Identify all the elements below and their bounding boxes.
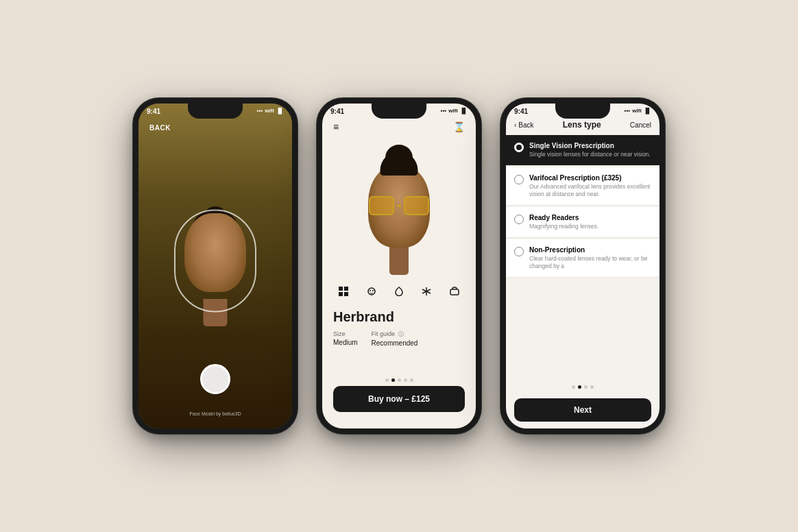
back-label[interactable]: BACK [149,124,171,132]
lens-option-ready-readers[interactable]: Ready Readers Magnifying reading lenses. [506,207,660,238]
next-button[interactable]: Next [514,398,651,422]
lens-option-single-vision-desc: Single vision lenses for distance or nea… [529,151,651,158]
svg-rect-0 [339,287,343,291]
radio-check-single-vision [516,145,522,150]
lens-option-non-prescription-title: Non-Prescription [529,246,651,254]
face-scan-icon[interactable] [363,283,378,300]
dot-2-active [391,378,395,382]
lens-options-list: Single Vision Prescription Single vision… [506,135,660,393]
wifi-icon-3: wifi [632,108,641,114]
phone-1-ar: 9:41 ▪▪▪ wifi ▐▌ BACK [133,98,298,434]
signal-icon-3: ▪▪▪ [625,108,631,114]
p3-dot-4 [590,385,594,389]
radio-ready-readers [514,215,524,224]
status-icons-2: ▪▪▪ wifi ▐▌ [441,108,468,114]
ar-face-frame [174,210,256,313]
lens-option-varifocal-text: Varifocal Prescription (£325) Our Advanc… [529,174,651,198]
signal-icon-2: ▪▪▪ [441,108,447,114]
phone-3-lens: 9:41 ▪▪▪ wifi ▐▌ ‹ Back Lens type Cancel [500,98,665,434]
notch-3 [555,104,610,119]
svg-rect-3 [344,292,348,296]
p3-dot-3 [584,385,588,389]
dot-3 [398,378,401,382]
buy-button[interactable]: Buy now – £125 [333,386,465,412]
lens-option-ready-readers-text: Ready Readers Magnifying reading lenses. [529,214,651,230]
status-icons-1: ▪▪▪ wifi ▐▌ [257,108,284,114]
phone-2-product: 9:41 ▪▪▪ wifi ▐▌ ≡ ⌛ [317,98,481,434]
svg-rect-10 [450,289,459,295]
lens-option-ready-readers-desc: Magnifying reading lenses. [529,223,651,230]
dot-1 [385,378,389,382]
page-dots-2 [322,378,476,382]
fit-guide-value: Recommended [372,339,418,347]
bellus-credit: Face Model by bellus3D [138,411,292,416]
battery-icon-2: ▐▌ [460,108,468,114]
size-detail: Size Medium [333,330,358,347]
lens-option-non-prescription-text: Non-Prescription Clear hard-coated lense… [529,246,651,270]
radio-single-vision [514,143,524,152]
case-icon[interactable] [447,283,462,300]
lens-option-non-prescription-desc: Clear hard-coated lenses ready to wear, … [529,255,651,270]
fit-guide-label: Fit guide ⓘ [372,330,418,338]
status-icons-3: ▪▪▪ wifi ▐▌ [625,108,651,114]
lens-option-varifocal[interactable]: Varifocal Prescription (£325) Our Advanc… [506,167,660,206]
lens-option-single-vision-text: Single Vision Prescription Single vision… [529,142,651,158]
phone-2-screen: 9:41 ▪▪▪ wifi ▐▌ ≡ ⌛ [322,104,476,428]
lens-option-varifocal-desc: Our Advanced varifocal lens provides exc… [529,183,651,198]
radio-varifocal [514,175,524,184]
wifi-icon: wifi [265,108,274,114]
phone-3-screen: 9:41 ▪▪▪ wifi ▐▌ ‹ Back Lens type Cancel [506,104,660,428]
radio-non-prescription [514,247,524,256]
size-label: Size [333,330,358,337]
battery-icon: ▐▌ [276,108,284,114]
capture-button[interactable] [200,364,230,394]
lens-option-ready-readers-title: Ready Readers [529,214,651,221]
size-value: Medium [333,339,358,346]
accessibility-icon[interactable] [419,283,434,300]
grid-view-icon[interactable] [336,283,351,300]
dot-4 [404,378,407,382]
page-dots-3 [506,385,660,389]
battery-icon-3: ▐▌ [644,108,651,114]
time-1: 9:41 [147,108,160,115]
wifi-icon-2: wifi [448,108,457,114]
ar-camera-bg: 9:41 ▪▪▪ wifi ▐▌ BACK [138,104,292,428]
notch-1 [188,104,243,119]
signal-icon: ▪▪▪ [257,108,263,114]
product-details: Size Medium Fit guide ⓘ Recommended [333,330,465,347]
time-3: 9:41 [514,108,528,115]
product-image-area [322,134,476,278]
lens-option-single-vision-title: Single Vision Prescription [529,142,651,149]
phones-container: 9:41 ▪▪▪ wifi ▐▌ BACK [119,84,679,448]
svg-rect-1 [344,287,348,291]
menu-icon[interactable]: ≡ [333,121,339,132]
svg-point-5 [370,290,371,291]
product-info: Herbrand Size Medium Fit guide ⓘ Recomme… [333,309,465,347]
lens-option-non-prescription[interactable]: Non-Prescription Clear hard-coated lense… [506,239,660,278]
notch-2 [372,104,426,119]
dot-5 [410,378,413,382]
svg-rect-2 [339,292,343,296]
lens-option-varifocal-title: Varifocal Prescription (£325) [529,174,651,182]
svg-point-6 [372,290,374,291]
p3-dot-2-active [578,385,581,389]
product-nav: ≡ ⌛ [322,121,476,132]
color-icon[interactable] [391,283,407,300]
p3-dot-1 [572,385,575,389]
fit-guide-info-icon: ⓘ [398,330,404,338]
fit-guide-detail: Fit guide ⓘ Recommended [372,330,418,347]
time-2: 9:41 [330,108,344,115]
phone-1-screen: 9:41 ▪▪▪ wifi ▐▌ BACK [138,104,292,428]
bag-icon[interactable]: ⌛ [453,121,465,132]
lens-option-single-vision[interactable]: Single Vision Prescription Single vision… [506,135,660,166]
product-name: Herbrand [333,309,465,325]
product-icon-row [322,283,476,300]
